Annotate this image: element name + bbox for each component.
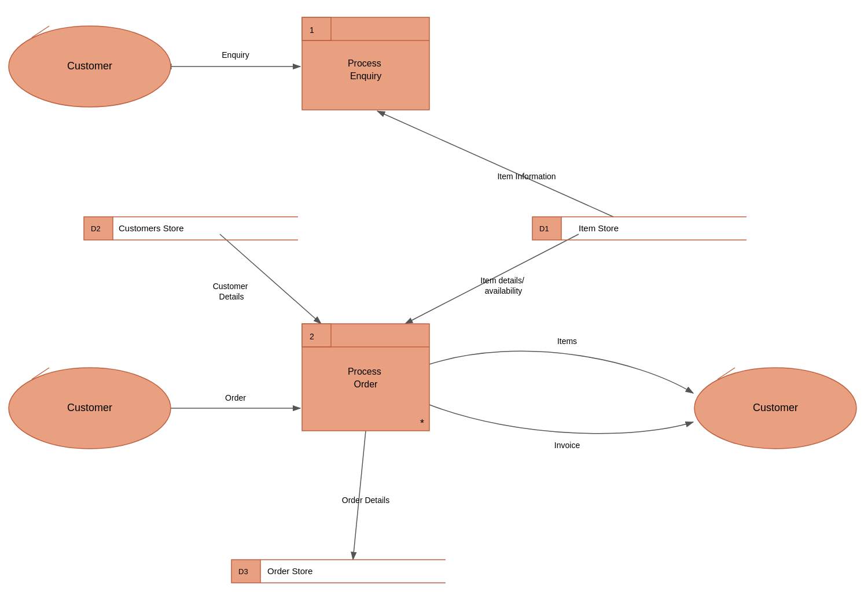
flow-invoice-label: Invoice bbox=[554, 441, 580, 450]
flow-customer-details-label: Customer Details bbox=[213, 282, 251, 301]
customer3-label: Customer bbox=[753, 402, 798, 413]
store-customers: D2 Customers Store bbox=[84, 217, 298, 240]
p1-number: 1 bbox=[310, 25, 314, 35]
flow-invoice bbox=[429, 405, 693, 434]
flow-item-info-label: Item Information bbox=[497, 172, 556, 181]
store-item: D1 Item Store bbox=[532, 217, 746, 240]
entity-customer3: Customer bbox=[694, 368, 856, 449]
customer2-label: Customer bbox=[67, 402, 112, 413]
p2-number: 2 bbox=[310, 332, 314, 341]
flow-order-details-label: Order Details bbox=[342, 496, 389, 505]
flow-customer-details bbox=[220, 234, 321, 324]
flow-item-info bbox=[377, 111, 613, 217]
customer1-label: Customer bbox=[67, 60, 112, 72]
flow-enquiry-label: Enquiry bbox=[222, 50, 249, 60]
flow-items bbox=[429, 351, 693, 393]
dfd-diagram: Enquiry Item Information Customer Detail… bbox=[0, 0, 868, 610]
d3-code: D3 bbox=[238, 567, 248, 576]
svg-rect-9 bbox=[302, 17, 331, 40]
flow-item-details-label: Item details/ availability bbox=[480, 276, 526, 295]
process-enquiry: 1 Process Enquiry bbox=[302, 17, 429, 110]
p2-asterisk: * bbox=[420, 417, 424, 429]
process-order: 2 Process Order * bbox=[302, 324, 429, 431]
d1-code: D1 bbox=[539, 224, 549, 233]
d1-label: Item Store bbox=[579, 223, 619, 233]
store-orders: D3 Order Store bbox=[231, 560, 446, 583]
d3-label: Order Store bbox=[267, 566, 312, 576]
entity-customer2: Customer bbox=[9, 368, 171, 449]
entity-customer1: Customer bbox=[9, 26, 171, 107]
svg-rect-12 bbox=[302, 324, 331, 347]
d2-label: Customers Store bbox=[119, 223, 184, 233]
flow-order-label: Order bbox=[225, 393, 246, 402]
d2-code: D2 bbox=[91, 224, 101, 233]
flow-items-label: Items bbox=[557, 337, 577, 346]
